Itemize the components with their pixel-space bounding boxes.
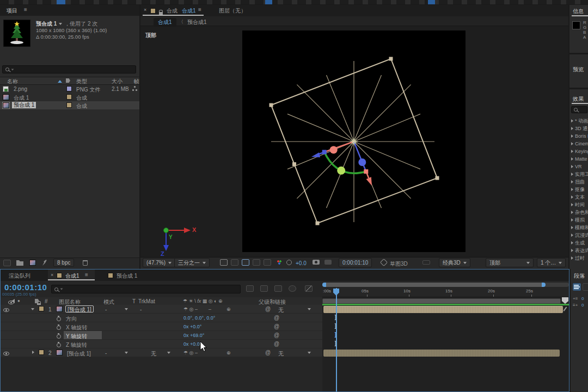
toolbar-active-mark-3[interactable] bbox=[428, 0, 435, 4]
layer-label-swatch[interactable] bbox=[39, 306, 44, 311]
layer-switches[interactable]: ☂ ◎ – bbox=[183, 307, 198, 312]
time-navigator-handle[interactable] bbox=[323, 283, 544, 287]
tab-effects[interactable]: 效果 bbox=[573, 95, 584, 103]
col-hash[interactable]: # bbox=[45, 298, 48, 304]
prop-name[interactable]: X 轴旋转 bbox=[66, 324, 87, 332]
bpc-button[interactable]: 8 bpc bbox=[53, 259, 74, 267]
effect-category[interactable]: 模糊和锐化 bbox=[569, 224, 588, 231]
layer-3d-switch[interactable]: ⊕ bbox=[226, 350, 231, 356]
parent-dropdown[interactable]: 无 bbox=[278, 307, 284, 314]
effect-category[interactable]: 文本 bbox=[569, 193, 588, 201]
col-t[interactable]: T bbox=[132, 298, 136, 304]
label-color-swatch[interactable] bbox=[66, 102, 72, 108]
new-composition-icon[interactable] bbox=[29, 260, 36, 266]
resolution-dropdown[interactable]: 三分之一 bbox=[174, 258, 210, 267]
stopwatch-icon[interactable] bbox=[57, 317, 61, 321]
pickwhip-icon[interactable]: @ bbox=[274, 323, 279, 329]
project-item-name[interactable]: 预合成 1 bbox=[36, 20, 57, 28]
draft-3d-toggle-icon[interactable] bbox=[260, 285, 268, 292]
comp-tab-title[interactable]: 合成 bbox=[167, 7, 177, 15]
exposure-value[interactable]: +0.0 bbox=[296, 260, 307, 266]
effect-category[interactable]: Keying bbox=[569, 148, 588, 155]
roi-icon[interactable] bbox=[220, 259, 228, 266]
exposure-icon[interactable] bbox=[286, 260, 292, 265]
trkmat-caret[interactable] bbox=[167, 352, 170, 354]
effect-category[interactable]: 实用工具 bbox=[569, 170, 588, 178]
effect-category[interactable]: 生成 bbox=[569, 239, 588, 247]
channel-icon[interactable] bbox=[277, 260, 282, 265]
blend-mode-caret[interactable] bbox=[125, 352, 128, 354]
work-area-bar[interactable] bbox=[322, 298, 561, 304]
project-row-2[interactable]: 合成 1 合成 bbox=[0, 93, 139, 101]
col-trkmat[interactable]: TrkMat bbox=[138, 298, 155, 304]
trash-icon[interactable] bbox=[83, 260, 88, 266]
indent-left-value[interactable]: 0 bbox=[581, 303, 584, 308]
tab-precomp-label[interactable]: 预合成 1 bbox=[117, 272, 137, 280]
effect-category[interactable]: Boris FX bbox=[569, 132, 588, 140]
tab-comp1-label[interactable]: 合成1 bbox=[65, 272, 79, 280]
layer-visibility-icon[interactable] bbox=[3, 308, 9, 312]
snapshot-icon[interactable] bbox=[313, 260, 320, 265]
label-color-swatch[interactable] bbox=[66, 94, 72, 100]
layer-visibility-icon[interactable] bbox=[3, 352, 9, 356]
expand-collapse-icon[interactable] bbox=[31, 308, 34, 310]
pickwhip-icon[interactable]: @ bbox=[274, 341, 279, 347]
layer-name[interactable]: [预合成 1] bbox=[65, 305, 94, 313]
comp-tab-close-icon[interactable]: × bbox=[144, 7, 146, 13]
expand-collapse-icon[interactable] bbox=[32, 351, 34, 354]
toolbar-active-mark-2[interactable] bbox=[265, 0, 272, 4]
prop-row-x-rotation[interactable]: X 轴旋转 0x +0.0° @ bbox=[1, 322, 322, 331]
stopwatch-icon[interactable] bbox=[57, 326, 61, 330]
zoom-dropdown[interactable]: (47.7%) bbox=[143, 258, 175, 267]
renderer-dropdown[interactable]: 经典3D bbox=[439, 258, 470, 267]
layer-switches[interactable]: ☂ ◎ – bbox=[183, 350, 198, 356]
layer-2-duration-bar[interactable] bbox=[323, 350, 560, 357]
playhead-line[interactable] bbox=[336, 288, 337, 391]
interpret-footage-icon[interactable] bbox=[3, 260, 11, 266]
comp-tab-menu-icon[interactable]: ≡ bbox=[198, 7, 201, 13]
effect-category[interactable]: 表达式控制 bbox=[569, 247, 588, 254]
show-snapshot-icon[interactable] bbox=[324, 260, 332, 265]
prop-value[interactable]: 0.0°, 0.0°, 0.0° bbox=[183, 315, 215, 321]
prop-value[interactable]: 0x +69.0° bbox=[183, 333, 204, 338]
effect-category[interactable]: Matte bbox=[569, 155, 588, 163]
comp-toolbar-timecode[interactable]: 0:00:01:10 bbox=[339, 258, 372, 267]
col-type[interactable]: 类型 bbox=[76, 78, 87, 85]
effect-category[interactable]: 抠像 bbox=[569, 186, 588, 193]
stopwatch-icon[interactable] bbox=[57, 334, 61, 339]
layer-name[interactable]: [预合成 1] bbox=[67, 350, 91, 358]
tab-preview[interactable]: 预览 bbox=[573, 66, 584, 74]
prop-row-z-rotation[interactable]: Z 轴旋转 0x +0.0° @ bbox=[1, 340, 322, 348]
stopwatch-icon[interactable] bbox=[57, 343, 61, 347]
tab-paragraph[interactable]: 段落 bbox=[574, 272, 585, 280]
composition-flowchart-icon[interactable] bbox=[246, 285, 254, 292]
effect-category[interactable]: * 动画预设 bbox=[569, 117, 588, 125]
prop-name[interactable]: Y 轴旋转 bbox=[66, 333, 87, 340]
tab-menu-icon[interactable]: ≡ bbox=[85, 272, 88, 278]
view-layout-dropdown[interactable]: 1 个… bbox=[537, 258, 566, 267]
col-frame[interactable]: 帧 bbox=[134, 78, 139, 85]
effect-category[interactable]: Cinema 4D bbox=[569, 140, 588, 148]
breadcrumb-active[interactable]: 合成1 bbox=[154, 18, 176, 27]
tab-close-icon[interactable]: × bbox=[51, 272, 53, 278]
parent-caret[interactable] bbox=[308, 308, 311, 310]
project-search-input[interactable] bbox=[2, 65, 136, 74]
effect-category[interactable]: 杂色和颗粒 bbox=[569, 209, 588, 216]
project-row-1[interactable]: 2.png PNG 文件 2.1 MB bbox=[0, 85, 139, 93]
layer-panel-tab[interactable]: 图层（无） bbox=[219, 7, 246, 15]
draft-3d-label[interactable]: 草图3D bbox=[390, 260, 408, 268]
blend-mode-dropdown[interactable]: - bbox=[105, 307, 107, 313]
effect-category[interactable]: 时间 bbox=[569, 201, 588, 209]
graph-editor-icon[interactable] bbox=[305, 285, 313, 292]
layer-label-swatch[interactable] bbox=[39, 350, 44, 355]
layer-1-duration-bar[interactable] bbox=[323, 306, 563, 313]
label-color-swatch[interactable] bbox=[66, 86, 72, 91]
prop-row-orientation[interactable]: 方向 0.0°, 0.0°, 0.0° @ bbox=[1, 314, 322, 322]
layer-row-1[interactable]: 1 [预合成 1] - - ☂ ◎ – – ⊕ @ 无 bbox=[1, 305, 322, 314]
pickwhip-icon[interactable]: @ bbox=[265, 306, 271, 312]
effect-category[interactable]: 过时 bbox=[569, 254, 588, 262]
guides-icon[interactable] bbox=[253, 259, 260, 266]
rulers-icon[interactable] bbox=[264, 259, 271, 266]
comp-viewport[interactable] bbox=[242, 30, 465, 252]
tab-info[interactable]: 信息 bbox=[573, 8, 584, 15]
